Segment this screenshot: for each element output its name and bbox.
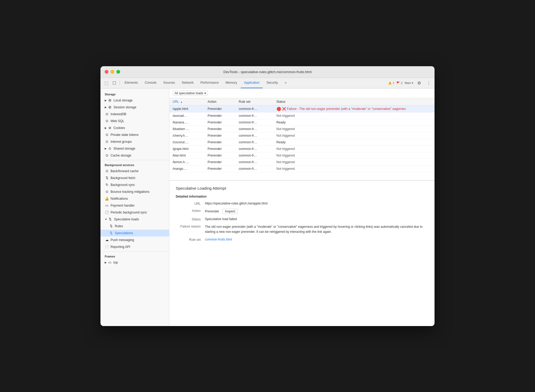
sidebar-item-periodic-background-sync[interactable]: 🕐 Periodic background sync: [100, 209, 169, 216]
sidebar-item-speculations[interactable]: ⇅ Speculations: [100, 230, 169, 237]
tab-security[interactable]: Security: [263, 78, 281, 88]
cell-ruleset: common-fr…: [236, 165, 273, 172]
sidebar-item-background-fetch[interactable]: ⇅ Background fetch: [100, 175, 169, 181]
inspect-element-icon[interactable]: ⬚: [103, 79, 110, 87]
sidebar-item-bounce-tracking[interactable]: ⊙ Bounce tracking mitigations: [100, 188, 169, 195]
cell-status: Not triggered: [273, 112, 435, 119]
background-sync-icon: ↻: [105, 183, 109, 187]
table-row[interactable]: /banana….Prerendercommon-fr…Ready: [169, 119, 435, 126]
cell-ruleset: common-fr…: [236, 126, 273, 132]
sidebar-item-speculative-loads[interactable]: ▼ ⇅ Speculative loads: [100, 216, 169, 223]
speculative-loads-icon: ⇅: [108, 217, 112, 221]
table-row[interactable]: /kiwi.htmlPrerendercommon-fr…Not trigger…: [169, 152, 435, 159]
sidebar-divider-1: [100, 160, 169, 160]
tab-elements[interactable]: Elements: [121, 78, 141, 88]
sidebar-item-back-forward-cache[interactable]: ⊙ Back/forward cache: [100, 168, 169, 175]
close-button[interactable]: [105, 70, 108, 74]
tab-more[interactable]: »: [282, 78, 290, 88]
sidebar-item-local-storage[interactable]: ▶ ⊞ Local storage: [100, 97, 169, 104]
tab-memory[interactable]: Memory: [222, 78, 240, 88]
detail-title: Speculative Loading Attempt: [176, 186, 428, 190]
interest-groups-icon: ⊙: [105, 140, 109, 144]
detail-status-value: Speculative load failed.: [205, 217, 428, 221]
expand-arrow-icon: ▶: [105, 261, 107, 264]
table-row[interactable]: /apple.htmlPrerendercommon-fr…🔴❌ Failure…: [169, 105, 435, 112]
more-options-icon[interactable]: ⋮: [425, 79, 432, 87]
table-row[interactable]: /lemon.h….Prerendercommon-fr…Not trigger…: [169, 159, 435, 165]
info-badge[interactable]: 🚩 2: [396, 81, 402, 85]
cell-url: /blueberr….: [169, 126, 204, 132]
detail-row-status: Status Speculative load failed.: [176, 217, 428, 221]
tab-console[interactable]: Console: [142, 78, 160, 88]
table-row[interactable]: /mango….Prerendercommon-fr…Not triggered: [169, 165, 435, 172]
minimize-button[interactable]: [111, 70, 114, 74]
cell-status: 🔴❌ Failure - The old non-eager prerender…: [273, 105, 435, 112]
traffic-lights: [105, 70, 120, 74]
maximize-button[interactable]: [116, 70, 120, 74]
cell-action: Prerender: [204, 139, 236, 145]
inspect-button[interactable]: Inspect: [222, 209, 238, 214]
sidebar-item-session-storage[interactable]: ▶ ⊞ Session storage: [100, 104, 169, 111]
table-row[interactable]: /grape.htmlPrerendercommon-fr…Not trigge…: [169, 145, 435, 152]
sidebar-item-notifications[interactable]: 🔔 Notifications: [100, 195, 169, 202]
cell-status: Not triggered: [273, 152, 435, 159]
main-selector[interactable]: Main ▾: [405, 81, 413, 85]
sidebar-item-cookies[interactable]: ▶ ⊛ Cookies: [100, 124, 169, 131]
bounce-tracking-icon: ⊙: [105, 190, 109, 194]
tab-application[interactable]: Application: [241, 78, 263, 88]
cell-status: Not triggered: [273, 126, 435, 132]
sidebar-item-private-state-tokens[interactable]: ⊙ Private state tokens: [100, 131, 169, 138]
expand-arrow-icon: ▶: [105, 127, 107, 129]
sort-arrow-icon: ▲: [180, 101, 183, 103]
col-action[interactable]: Action: [204, 98, 236, 105]
col-status[interactable]: Status: [273, 98, 435, 105]
periodic-background-sync-icon: 🕐: [105, 210, 109, 214]
detail-row-ruleset: Rule set common-fruits.html: [176, 238, 428, 242]
sidebar-item-background-sync[interactable]: ↻ Background sync: [100, 181, 169, 188]
table-row[interactable]: /cherry.h…Prerendercommon-fr…Not trigger…: [169, 132, 435, 139]
detail-row-failure: Failure reason The old non-eager prerend…: [176, 224, 428, 234]
sidebar-item-push-messaging[interactable]: ☁ Push messaging: [100, 237, 169, 243]
expand-arrow-icon: ▶: [105, 106, 107, 109]
warning-badge[interactable]: ⚠️ 2: [388, 81, 394, 85]
session-storage-icon: ⊞: [108, 105, 112, 109]
sidebar-item-interest-groups[interactable]: ⊙ Interest groups: [100, 138, 169, 145]
sidebar-item-top[interactable]: ▶ ▭ top: [100, 259, 169, 266]
cell-ruleset: common-fr…: [236, 105, 273, 112]
cell-url: /mango….: [169, 165, 204, 172]
error-icon: 🔴: [277, 107, 281, 111]
tab-network[interactable]: Network: [179, 78, 197, 88]
sidebar-item-cache-storage[interactable]: ⊙ Cache storage: [100, 152, 169, 159]
background-fetch-icon: ⇅: [105, 176, 109, 180]
storage-section-label: Storage: [100, 91, 169, 97]
cell-action: Prerender: [204, 159, 236, 165]
sidebar-item-indexeddb[interactable]: ⊙ IndexedDB: [100, 111, 169, 118]
cell-ruleset: common-fr…: [236, 159, 273, 165]
tab-performance[interactable]: Performance: [197, 78, 222, 88]
rules-icon: ⇅: [109, 224, 113, 228]
col-url[interactable]: URL ▲: [169, 98, 204, 105]
tab-sources[interactable]: Sources: [160, 78, 178, 88]
private-state-tokens-icon: ⊙: [105, 133, 109, 137]
device-toolbar-icon[interactable]: ☐: [111, 79, 118, 87]
frames-section-label: Frames: [100, 253, 169, 259]
cell-url: /lemon.h….: [169, 159, 204, 165]
settings-icon[interactable]: ⚙: [415, 79, 423, 87]
ruleset-link[interactable]: common-fruits.html: [205, 238, 232, 241]
cell-action: Prerender: [204, 132, 236, 139]
toolbar: ⬚ ☐ Elements Console Sources Network Per…: [100, 78, 435, 88]
table-row[interactable]: /blueberr….Prerendercommon-fr…Not trigge…: [169, 126, 435, 132]
detail-row-url: URL https://speculative-rules.glitch.me/…: [176, 202, 428, 206]
sidebar-item-rules[interactable]: ⇅ Rules: [100, 223, 169, 230]
filter-select[interactable]: All speculative loads ▾: [173, 91, 208, 96]
table-row[interactable]: /avocad…Prerendercommon-fr…Not triggered: [169, 112, 435, 119]
sidebar-item-web-sql[interactable]: ⊙ Web SQL: [100, 118, 169, 124]
sidebar-item-shared-storage[interactable]: ▶ ⊙ Shared storage: [100, 145, 169, 152]
table-row[interactable]: /coconut….Prerendercommon-fr…Ready: [169, 139, 435, 145]
cell-action: Prerender: [204, 145, 236, 152]
sidebar-item-reporting-api[interactable]: 📄 Reporting API: [100, 243, 169, 250]
cell-action: Prerender: [204, 152, 236, 159]
col-ruleset[interactable]: Rule set: [236, 98, 273, 105]
cell-url: /kiwi.html: [169, 152, 204, 159]
sidebar-item-payment-handler[interactable]: ▭ Payment handler: [100, 202, 169, 209]
